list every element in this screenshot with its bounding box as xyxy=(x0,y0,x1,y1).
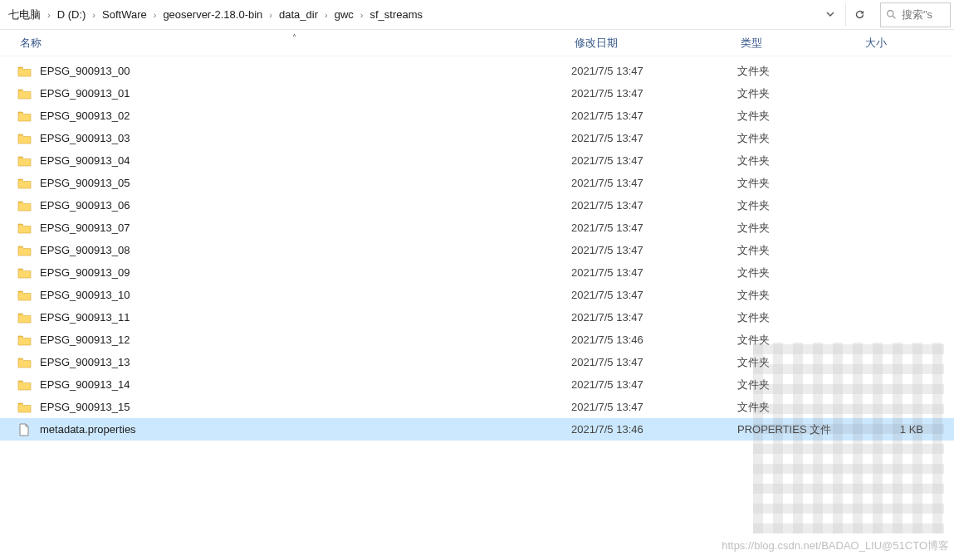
folder-icon xyxy=(17,243,32,258)
breadcrumb-separator-icon: › xyxy=(323,10,330,20)
item-name: EPSG_900913_09 xyxy=(40,266,571,279)
folder-icon xyxy=(17,377,32,392)
list-item[interactable]: EPSG_900913_092021/7/5 13:47文件夹 xyxy=(0,261,954,284)
list-item[interactable]: EPSG_900913_132021/7/5 13:47文件夹 xyxy=(0,351,954,373)
folder-icon xyxy=(17,131,32,146)
list-item[interactable]: EPSG_900913_022021/7/5 13:47文件夹 xyxy=(0,105,954,127)
search-input[interactable]: 搜索"s xyxy=(880,2,951,27)
breadcrumb-separator-icon: › xyxy=(359,10,365,20)
list-item[interactable]: EPSG_900913_052021/7/5 13:47文件夹 xyxy=(0,172,954,194)
folder-icon xyxy=(17,64,32,79)
item-type: PROPERTIES 文件 xyxy=(737,422,862,437)
folder-icon xyxy=(17,198,32,213)
item-name: EPSG_900913_12 xyxy=(40,334,571,346)
item-name: EPSG_900913_11 xyxy=(40,311,571,324)
folder-icon xyxy=(17,109,32,124)
item-type: 文件夹 xyxy=(737,377,862,392)
list-item[interactable]: EPSG_900913_042021/7/5 13:47文件夹 xyxy=(0,149,954,172)
column-header-size[interactable]: 大小 xyxy=(862,36,928,51)
breadcrumb-segment[interactable]: 七电脑 xyxy=(3,1,46,29)
item-date: 2021/7/5 13:47 xyxy=(571,266,737,279)
column-header-type[interactable]: 类型 xyxy=(737,36,862,51)
list-item[interactable]: EPSG_900913_142021/7/5 13:47文件夹 xyxy=(0,373,954,396)
folder-icon xyxy=(17,221,32,236)
column-header-size-label: 大小 xyxy=(865,37,887,49)
item-name: EPSG_900913_05 xyxy=(40,177,571,189)
item-date: 2021/7/5 13:47 xyxy=(571,199,737,212)
item-type: 文件夹 xyxy=(737,400,862,415)
item-date: 2021/7/5 13:47 xyxy=(571,222,737,234)
item-name: EPSG_900913_07 xyxy=(40,222,571,234)
search-icon xyxy=(886,9,897,20)
item-name: EPSG_900913_10 xyxy=(40,289,571,301)
list-item[interactable]: EPSG_900913_082021/7/5 13:47文件夹 xyxy=(0,239,954,261)
item-date: 2021/7/5 13:47 xyxy=(571,356,737,368)
breadcrumb-separator-icon: › xyxy=(152,10,159,20)
item-type: 文件夹 xyxy=(737,153,862,168)
list-item[interactable]: metadata.properties2021/7/5 13:46PROPERT… xyxy=(0,418,954,441)
folder-icon xyxy=(17,176,32,191)
breadcrumb-separator-icon: › xyxy=(46,10,52,20)
breadcrumb-separator-icon: › xyxy=(91,10,97,20)
folder-icon xyxy=(17,265,32,280)
address-toolbar: 七电脑›D (D:)›SoftWare›geoserver-2.18.0-bin… xyxy=(0,0,954,30)
column-header-name[interactable]: ˄ 名称 xyxy=(17,36,571,51)
folder-icon xyxy=(17,355,32,370)
file-icon xyxy=(17,422,32,437)
list-item[interactable]: EPSG_900913_122021/7/5 13:46文件夹 xyxy=(0,329,954,351)
item-date: 2021/7/5 13:47 xyxy=(571,65,737,77)
item-date: 2021/7/5 13:46 xyxy=(571,334,737,346)
list-item[interactable]: EPSG_900913_062021/7/5 13:47文件夹 xyxy=(0,194,954,217)
column-header-name-label: 名称 xyxy=(20,37,42,49)
item-date: 2021/7/5 13:47 xyxy=(571,132,737,144)
breadcrumb-segment[interactable]: gwc xyxy=(330,1,359,29)
item-type: 文件夹 xyxy=(737,198,862,213)
item-type: 文件夹 xyxy=(737,333,862,348)
item-type: 文件夹 xyxy=(737,131,862,146)
item-type: 文件夹 xyxy=(737,355,862,370)
item-date: 2021/7/5 13:47 xyxy=(571,177,737,189)
list-item[interactable]: EPSG_900913_012021/7/5 13:47文件夹 xyxy=(0,82,954,105)
item-size: 1 KB xyxy=(862,423,928,436)
item-date: 2021/7/5 13:47 xyxy=(571,401,737,413)
item-type: 文件夹 xyxy=(737,176,862,191)
item-date: 2021/7/5 13:47 xyxy=(571,110,737,122)
item-name: EPSG_900913_08 xyxy=(40,244,571,256)
refresh-icon xyxy=(854,8,866,21)
item-name: EPSG_900913_06 xyxy=(40,199,571,212)
watermark-text: https://blog.csdn.net/BADAO_LIU@51CTO博客 xyxy=(722,538,949,553)
breadcrumb-separator-icon: › xyxy=(267,10,274,20)
breadcrumb[interactable]: 七电脑›D (D:)›SoftWare›geoserver-2.18.0-bin… xyxy=(3,0,819,29)
breadcrumb-dropdown[interactable] xyxy=(819,8,842,22)
item-date: 2021/7/5 13:47 xyxy=(571,87,737,100)
item-date: 2021/7/5 13:47 xyxy=(571,244,737,256)
search-placeholder: 搜索"s xyxy=(902,7,932,22)
breadcrumb-segment[interactable]: geoserver-2.18.0-bin xyxy=(158,1,267,29)
list-item[interactable]: EPSG_900913_112021/7/5 13:47文件夹 xyxy=(0,306,954,329)
breadcrumb-segment[interactable]: SoftWare xyxy=(97,1,152,29)
svg-line-1 xyxy=(893,16,895,18)
item-name: EPSG_900913_01 xyxy=(40,87,571,100)
item-type: 文件夹 xyxy=(737,86,862,101)
list-item[interactable]: EPSG_900913_032021/7/5 13:47文件夹 xyxy=(0,127,954,149)
item-date: 2021/7/5 13:47 xyxy=(571,311,737,324)
refresh-button[interactable] xyxy=(845,3,873,27)
list-item[interactable]: EPSG_900913_072021/7/5 13:47文件夹 xyxy=(0,217,954,239)
breadcrumb-segment[interactable]: D (D:) xyxy=(52,1,91,29)
list-item[interactable]: EPSG_900913_102021/7/5 13:47文件夹 xyxy=(0,284,954,306)
item-date: 2021/7/5 13:47 xyxy=(571,154,737,167)
item-date: 2021/7/5 13:47 xyxy=(571,289,737,301)
column-header-date[interactable]: 修改日期 xyxy=(571,36,737,51)
list-item[interactable]: EPSG_900913_002021/7/5 13:47文件夹 xyxy=(0,60,954,82)
breadcrumb-segment[interactable]: sf_streams xyxy=(364,1,428,29)
folder-icon xyxy=(17,310,32,325)
folder-icon xyxy=(17,400,32,415)
folder-icon xyxy=(17,153,32,168)
item-name: EPSG_900913_04 xyxy=(40,154,571,167)
list-item[interactable]: EPSG_900913_152021/7/5 13:47文件夹 xyxy=(0,396,954,418)
item-name: EPSG_900913_13 xyxy=(40,356,571,368)
folder-icon xyxy=(17,288,32,303)
chevron-down-icon xyxy=(825,9,835,19)
column-headers: ˄ 名称 修改日期 类型 大小 xyxy=(0,30,954,56)
breadcrumb-segment[interactable]: data_dir xyxy=(274,1,323,29)
